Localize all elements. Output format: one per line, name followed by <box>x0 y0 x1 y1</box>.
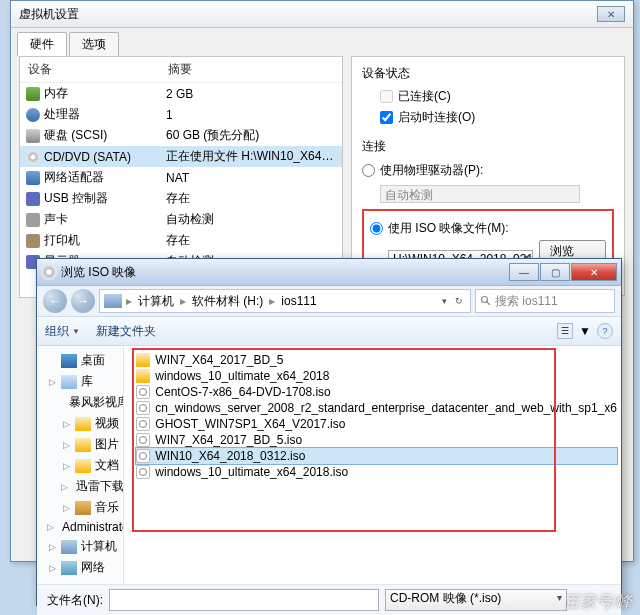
tree-item[interactable]: 暴风影视库 <box>37 392 123 413</box>
file-list[interactable]: WIN7_X64_2017_BD_5windows_10_ultimate_x6… <box>124 346 621 584</box>
device-row[interactable]: CD/DVD (SATA)正在使用文件 H:\WIN10_X64_... <box>20 146 342 167</box>
cpu-icon <box>26 108 40 122</box>
crumb-0[interactable]: 计算机 <box>136 293 176 310</box>
chk-connected-box <box>380 90 393 103</box>
tree-item[interactable]: 桌面 <box>37 350 123 371</box>
device-row[interactable]: 处理器1 <box>20 104 342 125</box>
window-controls: — ▢ ✕ <box>509 263 617 281</box>
tab-hardware[interactable]: 硬件 <box>17 32 67 56</box>
nav-back-icon[interactable]: ← <box>43 289 67 313</box>
radio-iso-input[interactable] <box>370 222 383 235</box>
crumb-2[interactable]: ios111 <box>279 294 318 308</box>
browse-title: 浏览 ISO 映像 <box>57 264 509 281</box>
tree-item[interactable]: ▷文档 <box>37 455 123 476</box>
device-summary: 1 <box>166 108 336 122</box>
crumb-1[interactable]: 软件材料 (H:) <box>190 293 265 310</box>
comp-icon <box>61 540 77 554</box>
folder-tree[interactable]: 桌面▷库暴风影视库▷视频▷图片▷文档▷迅雷下载▷音乐▷Administrator… <box>37 346 124 584</box>
tree-item[interactable]: ▷网络 <box>37 557 123 578</box>
net-icon <box>26 171 40 185</box>
tree-label: 图片 <box>95 436 119 453</box>
tree-item[interactable]: ▷库 <box>37 371 123 392</box>
tree-item[interactable]: ▷图片 <box>37 434 123 455</box>
settings-title: 虚拟机设置 <box>19 6 79 23</box>
settings-tabs: 硬件 选项 <box>11 28 633 56</box>
device-summary: 正在使用文件 H:\WIN10_X64_... <box>166 148 336 165</box>
nav-bar: ← → ▸ 计算机 ▸ 软件材料 (H:) ▸ ios111 ▾ ↻ 搜索 io… <box>37 286 621 317</box>
radio-iso[interactable]: 使用 ISO 映像文件(M): <box>370 217 606 240</box>
expand-icon[interactable]: ▷ <box>61 503 71 513</box>
radio-physical-input[interactable] <box>362 164 375 177</box>
tab-options[interactable]: 选项 <box>69 32 119 56</box>
desk-icon <box>61 354 77 368</box>
close-icon[interactable]: ✕ <box>571 263 617 281</box>
chevron-right-icon[interactable]: ▸ <box>124 294 134 308</box>
chevron-right-icon[interactable]: ▸ <box>267 294 277 308</box>
connection-group-title: 连接 <box>362 138 614 155</box>
close-icon[interactable]: ✕ <box>597 6 625 22</box>
device-name: 网络适配器 <box>44 169 104 186</box>
iso-icon <box>136 401 150 415</box>
device-row[interactable]: 打印机存在 <box>20 230 342 251</box>
chk-connect-start-box[interactable] <box>380 111 393 124</box>
chevron-right-icon[interactable]: ▸ <box>178 294 188 308</box>
new-folder-button[interactable]: 新建文件夹 <box>96 323 156 340</box>
tree-label: 迅雷下载 <box>76 478 124 495</box>
tree-label: 暴风影视库 <box>69 394 124 411</box>
prn-icon <box>26 234 40 248</box>
filename-input[interactable] <box>109 589 379 611</box>
tree-label: 桌面 <box>81 352 105 369</box>
tree-label: 计算机 <box>81 538 117 555</box>
expand-icon[interactable]: ▷ <box>47 563 57 573</box>
device-name: 声卡 <box>44 211 68 228</box>
expand-icon[interactable]: ▷ <box>61 461 71 471</box>
tree-item[interactable]: ▷音乐 <box>37 497 123 518</box>
crumb-dropdown-icon[interactable]: ▾ <box>439 296 450 306</box>
tree-item[interactable]: ▷Administrator <box>37 518 123 536</box>
search-input[interactable]: 搜索 ios111 <box>475 289 615 313</box>
tree-item[interactable]: ▷计算机 <box>37 536 123 557</box>
breadcrumb[interactable]: ▸ 计算机 ▸ 软件材料 (H:) ▸ ios111 ▾ ↻ <box>99 289 471 313</box>
tree-item[interactable]: ▷视频 <box>37 413 123 434</box>
device-summary: 存在 <box>166 232 336 249</box>
filetype-select[interactable]: CD-ROM 映像 (*.iso) <box>385 589 567 611</box>
netw-icon <box>61 561 77 575</box>
device-row[interactable]: 内存2 GB <box>20 83 342 104</box>
device-row[interactable]: 硬盘 (SCSI)60 GB (预先分配) <box>20 125 342 146</box>
expand-icon[interactable]: ▷ <box>61 440 71 450</box>
minimize-icon[interactable]: — <box>509 263 539 281</box>
chk-connected[interactable]: 已连接(C) <box>362 86 614 107</box>
tree-label: 库 <box>81 373 93 390</box>
fold-icon <box>75 459 91 473</box>
expand-icon[interactable]: ▷ <box>47 522 54 532</box>
device-row[interactable]: 声卡自动检测 <box>20 209 342 230</box>
expand-icon[interactable]: ▷ <box>61 482 68 492</box>
tree-label: 音乐 <box>95 499 119 516</box>
view-button[interactable]: ☰ <box>557 323 573 339</box>
nav-forward-icon[interactable]: → <box>71 289 95 313</box>
cd-icon <box>26 150 40 164</box>
organize-button[interactable]: 组织▼ <box>45 323 80 340</box>
radio-physical[interactable]: 使用物理驱动器(P): <box>362 159 614 182</box>
refresh-icon[interactable]: ↻ <box>452 296 466 306</box>
expand-icon[interactable]: ▷ <box>47 542 57 552</box>
device-summary: 自动检测 <box>166 211 336 228</box>
device-row[interactable]: 网络适配器NAT <box>20 167 342 188</box>
chevron-down-icon[interactable]: ▼ <box>579 324 591 338</box>
chk-connect-on-start[interactable]: 启动时连接(O) <box>362 107 614 128</box>
expand-icon[interactable]: ▷ <box>61 419 71 429</box>
hdd-icon <box>26 129 40 143</box>
expand-icon[interactable]: ▷ <box>47 377 57 387</box>
tree-label: Administrator <box>62 520 124 534</box>
device-row[interactable]: USB 控制器存在 <box>20 188 342 209</box>
iso-icon <box>136 465 150 479</box>
help-icon[interactable]: ? <box>597 323 613 339</box>
tree-label: 网络 <box>81 559 105 576</box>
device-list-header: 设备 摘要 <box>20 57 342 83</box>
maximize-icon[interactable]: ▢ <box>540 263 570 281</box>
tree-item[interactable]: ▷迅雷下载 <box>37 476 123 497</box>
watermark: 百家号/峰 <box>564 592 632 613</box>
toolbar: 组织▼ 新建文件夹 ☰ ▼ ? <box>37 317 621 346</box>
snd-icon <box>26 213 40 227</box>
crumb-computer-icon <box>104 294 122 308</box>
